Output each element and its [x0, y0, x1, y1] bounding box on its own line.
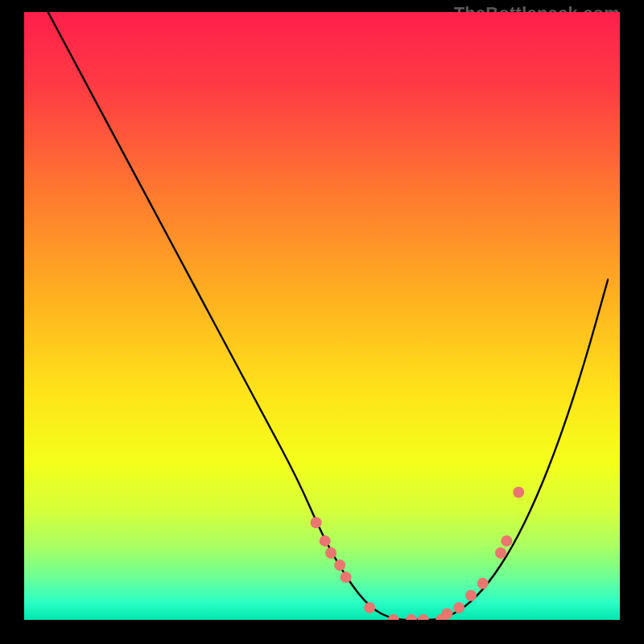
highlight-dot	[495, 547, 506, 559]
highlight-dot	[465, 590, 477, 601]
chart-plot-area	[24, 12, 620, 620]
highlight-dot	[341, 572, 352, 583]
background-gradient-rect	[24, 12, 620, 620]
highlight-dot	[501, 535, 512, 547]
chart-svg	[24, 12, 620, 620]
highlight-dot	[441, 609, 452, 620]
highlight-dot	[513, 487, 524, 498]
highlight-dot	[364, 602, 375, 613]
highlight-dot	[477, 578, 489, 589]
highlight-dot	[334, 559, 345, 571]
highlight-dot	[325, 547, 336, 559]
highlight-dot	[320, 535, 331, 547]
highlight-dot	[453, 602, 464, 613]
highlight-dot	[311, 517, 322, 528]
